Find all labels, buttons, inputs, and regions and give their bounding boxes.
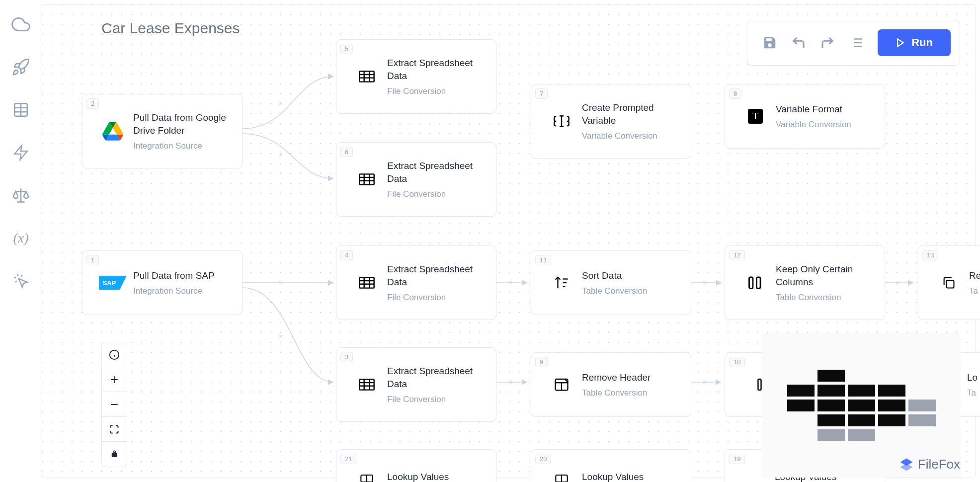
node-var-format[interactable]: 8 T Variable FormatVariable Conversion [725, 84, 885, 149]
node-badge: 20 [535, 454, 551, 464]
table-icon[interactable] [11, 100, 30, 119]
edge-delete-icon[interactable]: × [279, 332, 283, 340]
node-subtitle: File Conversion [387, 86, 486, 96]
preview-chart [787, 370, 936, 441]
text-format-icon: T [740, 109, 771, 124]
node-subtitle: Variable Conversion [776, 120, 875, 130]
list-icon[interactable] [849, 35, 864, 50]
prompt-icon [546, 114, 577, 128]
lock-button[interactable] [102, 442, 127, 467]
node-subtitle: File Conversion [387, 293, 486, 303]
brand-logo: FileFox [899, 457, 960, 472]
edge-delete-icon[interactable]: × [279, 151, 283, 159]
node-sort[interactable]: 11 Sort DataTable Conversion [531, 250, 691, 315]
spreadsheet-icon [351, 378, 382, 391]
svg-text:SAP: SAP [102, 279, 116, 287]
node-badge: 9 [535, 357, 548, 367]
node-extract-3[interactable]: 3 Extract Spreadsheet DataFile Conversio… [336, 347, 496, 422]
node-badge: 13 [922, 250, 938, 260]
node-title: Variable Format [776, 103, 875, 116]
canvas[interactable]: × × × × × × × × × × 2 Pull Data from Goo… [42, 0, 980, 482]
undo-icon[interactable] [791, 35, 806, 50]
save-icon[interactable] [762, 35, 777, 50]
rocket-icon[interactable] [11, 58, 30, 77]
edge-delete-icon[interactable]: × [703, 378, 707, 386]
node-subtitle: Integration Source [133, 141, 232, 151]
info-button[interactable] [102, 342, 127, 367]
lookup-icon [546, 474, 577, 482]
edge-delete-icon[interactable]: × [703, 279, 707, 287]
edge-delete-icon[interactable]: × [279, 279, 283, 287]
bolt-icon[interactable] [11, 143, 30, 162]
svg-rect-5 [359, 71, 374, 81]
svg-rect-29 [757, 277, 761, 289]
node-badge: 2 [86, 98, 99, 109]
zoom-out-button[interactable]: − [102, 392, 127, 417]
node-title: Lo [967, 371, 980, 384]
node-subtitle: Integration Source [133, 286, 232, 296]
node-badge: 1 [86, 255, 99, 265]
fullscreen-button[interactable] [102, 417, 127, 442]
node-title: Lookup Values [387, 471, 486, 482]
node-lookup-21[interactable]: 21 Lookup Values [336, 449, 496, 482]
spreadsheet-icon [351, 276, 382, 289]
svg-marker-54 [898, 39, 903, 47]
node-extract-4[interactable]: 4 Extract Spreadsheet DataFile Conversio… [336, 245, 496, 320]
node-partial-13[interactable]: 13 ReTa [918, 245, 980, 320]
node-sap[interactable]: 1 SAP Pull Data from SAPIntegration Sour… [82, 250, 243, 315]
svg-rect-30 [946, 280, 954, 288]
redo-icon[interactable] [820, 35, 835, 50]
node-subtitle: File Conversion [387, 189, 486, 199]
sidebar: (x) [0, 0, 42, 482]
node-subtitle: Ta [967, 388, 980, 398]
gdrive-icon [97, 121, 128, 142]
node-title: Sort Data [582, 269, 681, 282]
run-button[interactable]: Run [878, 29, 951, 56]
node-title: Pull Data from Google Drive Folder [133, 111, 232, 137]
node-lookup-20[interactable]: 20 Lookup Values [531, 449, 691, 482]
edge-delete-icon[interactable]: × [508, 279, 512, 287]
node-badge: 11 [535, 255, 551, 265]
spreadsheet-icon [351, 173, 382, 186]
variable-icon[interactable]: (x) [11, 229, 30, 247]
brand-text: FileFox [918, 457, 960, 472]
svg-rect-40 [758, 379, 761, 390]
scales-icon[interactable] [11, 186, 30, 205]
sap-icon: SAP [97, 275, 128, 290]
columns-icon [740, 276, 771, 290]
svg-rect-10 [359, 174, 374, 184]
node-extract-6[interactable]: 6 Extract Spreadsheet DataFile Conversio… [336, 142, 496, 217]
node-title: Keep Only Certain Columns [776, 263, 875, 288]
node-title: Re [969, 269, 980, 282]
sort-icon [546, 276, 577, 290]
node-subtitle: Table Conversion [582, 388, 681, 398]
node-subtitle: File Conversion [387, 395, 486, 404]
edge-delete-icon[interactable]: × [896, 279, 899, 287]
node-title: Create Prompted Variable [582, 101, 681, 127]
node-extract-5[interactable]: 5 Extract Spreadsheet DataFile Conversio… [336, 39, 496, 114]
node-badge: 19 [729, 454, 745, 464]
edge-delete-icon[interactable]: × [279, 99, 283, 107]
zoom-panel: + − [101, 342, 127, 467]
node-subtitle: Table Conversion [776, 293, 875, 303]
node-gdrive[interactable]: 2 Pull Data from Google Drive FolderInte… [82, 94, 243, 168]
copy-icon [933, 276, 964, 290]
cloud-icon[interactable] [11, 15, 30, 34]
node-subtitle: Variable Conversion [582, 131, 681, 141]
node-badge: 10 [729, 357, 745, 367]
zoom-in-button[interactable]: + [102, 367, 127, 392]
node-title: Extract Spreadsheet Data [387, 263, 486, 288]
cursor-click-icon[interactable] [11, 271, 30, 290]
node-remove-header[interactable]: 9 Remove HeaderTable Conversion [531, 352, 691, 417]
node-title: Extract Spreadsheet Data [387, 160, 486, 185]
svg-marker-4 [14, 146, 27, 160]
toolbar: Run [747, 20, 960, 66]
node-subtitle: Table Conversion [582, 286, 681, 296]
lookup-icon [351, 474, 382, 482]
preview-panel [762, 333, 961, 478]
edge-delete-icon[interactable]: × [508, 378, 512, 386]
node-keep-cols[interactable]: 12 Keep Only Certain ColumnsTable Conver… [725, 245, 885, 320]
node-prompted-var[interactable]: 7 Create Prompted VariableVariable Conve… [531, 84, 691, 159]
page-title: Car Lease Expenses [101, 20, 240, 37]
run-label: Run [911, 36, 933, 49]
